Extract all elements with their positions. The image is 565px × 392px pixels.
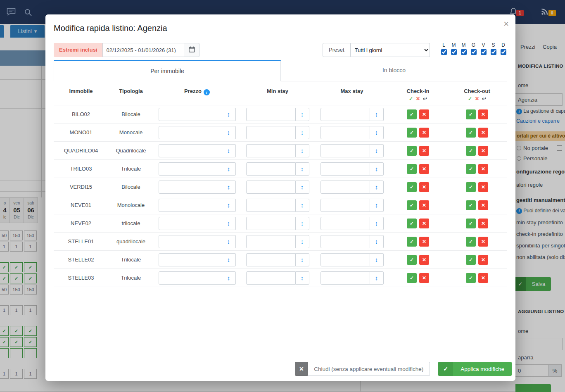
min-stay-input[interactable] — [246, 162, 296, 176]
max-stay-input[interactable] — [320, 162, 370, 176]
checkout-yes-button[interactable]: ✓ — [466, 182, 476, 192]
prezzo-input[interactable] — [159, 126, 222, 139]
checkin-no-button[interactable]: ✕ — [419, 146, 429, 156]
weekday-checkbox[interactable] — [441, 49, 447, 55]
preset-select[interactable]: Tutti i giorni — [351, 43, 430, 57]
max-stay-stepper-button[interactable]: ↕ — [370, 199, 384, 212]
checkout-no-button[interactable]: ✕ — [478, 219, 488, 228]
checkin-yes-button[interactable]: ✓ — [407, 255, 417, 265]
prezzo-stepper-button[interactable]: ↕ — [222, 144, 236, 157]
close-x-icon[interactable]: ✕ — [295, 362, 308, 376]
prezzo-input[interactable] — [159, 217, 222, 230]
checkout-no-button[interactable]: ✕ — [478, 273, 488, 283]
min-stay-stepper-button[interactable]: ↕ — [296, 271, 309, 285]
checkout-yes-button[interactable]: ✓ — [466, 128, 476, 138]
checkout-yes-button[interactable]: ✓ — [466, 200, 476, 210]
max-stay-stepper-button[interactable]: ↕ — [370, 217, 384, 230]
prezzo-input[interactable] — [159, 199, 222, 212]
checkin-yes-button[interactable]: ✓ — [407, 219, 417, 228]
min-stay-stepper-button[interactable]: ↕ — [296, 144, 309, 157]
checkin-yes-button[interactable]: ✓ — [407, 200, 417, 210]
weekday-checkbox[interactable] — [491, 49, 496, 55]
weekday-checkbox[interactable] — [461, 49, 467, 55]
min-stay-stepper-button[interactable]: ↕ — [296, 217, 309, 230]
min-stay-input[interactable] — [246, 199, 296, 212]
prezzo-stepper-button[interactable]: ↕ — [222, 235, 236, 248]
checkout-no-button[interactable]: ✕ — [478, 164, 488, 174]
prezzo-input[interactable] — [159, 271, 222, 285]
checkout-yes-button[interactable]: ✓ — [466, 164, 476, 174]
min-stay-input[interactable] — [246, 253, 296, 266]
min-stay-stepper-button[interactable]: ↕ — [296, 253, 309, 266]
checkin-yes-button[interactable]: ✓ — [407, 164, 417, 174]
prezzo-input[interactable] — [159, 144, 222, 157]
checkout-no-button[interactable]: ✕ — [478, 237, 488, 247]
checkin-yes-button[interactable]: ✓ — [407, 182, 417, 192]
checkin-no-button[interactable]: ✕ — [419, 182, 429, 192]
prezzo-stepper-button[interactable]: ↕ — [222, 108, 236, 121]
tab-per-immobile[interactable]: Per immobile — [54, 60, 281, 81]
checkin-undo-icon[interactable]: ↩ — [423, 96, 427, 102]
checkin-no-button[interactable]: ✕ — [419, 237, 429, 247]
prezzo-input[interactable] — [159, 181, 222, 194]
max-stay-input[interactable] — [320, 253, 370, 266]
prezzo-stepper-button[interactable]: ↕ — [222, 253, 236, 266]
date-range-input[interactable] — [102, 43, 184, 57]
max-stay-input[interactable] — [320, 235, 370, 248]
prezzo-stepper-button[interactable]: ↕ — [222, 126, 236, 139]
max-stay-input[interactable] — [320, 271, 370, 285]
checkin-no-button[interactable]: ✕ — [419, 219, 429, 228]
max-stay-input[interactable] — [320, 108, 370, 121]
checkin-no-button[interactable]: ✕ — [419, 200, 429, 210]
checkin-no-button[interactable]: ✕ — [419, 255, 429, 265]
checkout-undo-icon[interactable]: ↩ — [482, 96, 486, 102]
max-stay-input[interactable] — [320, 144, 370, 157]
max-stay-stepper-button[interactable]: ↕ — [370, 144, 384, 157]
checkout-yes-button[interactable]: ✓ — [466, 255, 476, 265]
checkout-no-button[interactable]: ✕ — [478, 146, 488, 156]
checkin-no-button[interactable]: ✕ — [419, 164, 429, 174]
checkout-yes-button[interactable]: ✓ — [466, 146, 476, 156]
checkin-yes-button[interactable]: ✓ — [407, 273, 417, 283]
checkout-yes-button[interactable]: ✓ — [466, 219, 476, 228]
max-stay-stepper-button[interactable]: ↕ — [370, 126, 384, 139]
checkout-no-button[interactable]: ✕ — [478, 128, 488, 138]
max-stay-stepper-button[interactable]: ↕ — [370, 181, 384, 194]
checkout-yes-button[interactable]: ✓ — [466, 237, 476, 247]
checkout-no-button[interactable]: ✕ — [478, 109, 488, 119]
prezzo-stepper-button[interactable]: ↕ — [222, 199, 236, 212]
calendar-picker-button[interactable] — [184, 43, 199, 57]
prezzo-stepper-button[interactable]: ↕ — [222, 162, 236, 176]
checkout-all-no-icon[interactable]: ✕ — [475, 96, 479, 102]
min-stay-input[interactable] — [246, 235, 296, 248]
max-stay-input[interactable] — [320, 126, 370, 139]
checkout-yes-button[interactable]: ✓ — [466, 273, 476, 283]
prezzo-input[interactable] — [159, 162, 222, 176]
weekday-checkbox[interactable] — [481, 49, 487, 55]
min-stay-stepper-button[interactable]: ↕ — [296, 126, 309, 139]
max-stay-stepper-button[interactable]: ↕ — [370, 108, 384, 121]
checkout-no-button[interactable]: ✕ — [478, 255, 488, 265]
tab-in-blocco[interactable]: In blocco — [281, 60, 507, 81]
checkin-yes-button[interactable]: ✓ — [407, 109, 417, 119]
min-stay-input[interactable] — [246, 181, 296, 194]
min-stay-stepper-button[interactable]: ↕ — [296, 235, 309, 248]
checkin-yes-button[interactable]: ✓ — [407, 128, 417, 138]
prezzo-input[interactable] — [159, 235, 222, 248]
checkin-yes-button[interactable]: ✓ — [407, 237, 417, 247]
weekday-checkbox[interactable] — [471, 49, 477, 55]
max-stay-stepper-button[interactable]: ↕ — [370, 271, 384, 285]
min-stay-input[interactable] — [246, 217, 296, 230]
min-stay-input[interactable] — [246, 108, 296, 121]
prezzo-input[interactable] — [159, 108, 222, 121]
max-stay-input[interactable] — [320, 217, 370, 230]
max-stay-stepper-button[interactable]: ↕ — [370, 253, 384, 266]
min-stay-stepper-button[interactable]: ↕ — [296, 181, 309, 194]
prezzo-info-icon[interactable]: i — [204, 89, 210, 95]
weekday-checkbox[interactable] — [501, 49, 506, 55]
checkin-no-button[interactable]: ✕ — [419, 109, 429, 119]
max-stay-stepper-button[interactable]: ↕ — [370, 162, 384, 176]
checkin-no-button[interactable]: ✕ — [419, 128, 429, 138]
max-stay-input[interactable] — [320, 181, 370, 194]
checkin-all-no-icon[interactable]: ✕ — [416, 96, 420, 102]
